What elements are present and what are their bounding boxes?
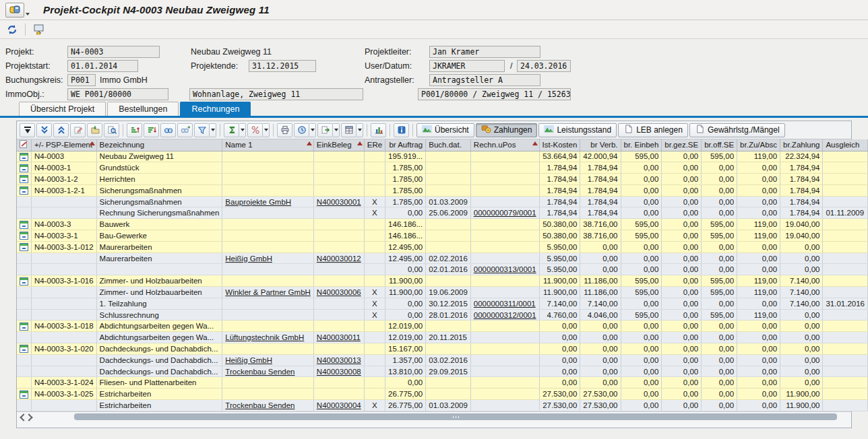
sum-menu-caret[interactable] [239,123,246,137]
table-row[interactable]: SchlussrechnungX0,0028.01.20160000000312… [17,309,868,320]
column-header-bez[interactable]: Bezeichnung [96,139,222,151]
table-row[interactable]: N4-0003-3-1-025Estricharbeiten26.775,002… [17,389,868,400]
table-row[interactable]: N4-0003Neubau Zweigweg 11195.919...53.66… [17,151,868,162]
zahlungen-button[interactable]: Zahlungen [476,123,538,137]
hierarchy-node-icon[interactable] [20,345,28,353]
table-row[interactable]: N4-0003-3-1-012Maurerarbeiten12.495,005.… [17,241,868,252]
rechnupos-link[interactable]: 0000000311/0001 [474,300,536,308]
tab--bersicht-projekt[interactable]: Übersicht Projekt [19,102,106,116]
column-header-ausgleich[interactable]: Ausgleich [823,139,868,151]
column-header-rechnupos[interactable]: Rechn.uPos [470,139,539,151]
table-row[interactable]: MaurerarbeitenHeißig GmbHN40003001212.49… [17,252,868,264]
horizontal-scrollbar[interactable] [17,411,851,422]
beleg-link[interactable]: N400030001 [317,198,361,206]
hierarchy-node-icon[interactable] [20,153,28,161]
tab-bestellungen[interactable]: Bestellungen [107,102,179,116]
layout-button[interactable] [341,123,356,137]
scroll-right-icon[interactable] [26,414,32,420]
hierarchy-node-icon[interactable] [20,221,28,229]
tab-rechnungen[interactable]: Rechnungen [180,102,251,116]
column-header-marker[interactable] [17,139,32,151]
table-row[interactable]: N4-0003-1Grundstück1.785,001.784,941.784… [17,162,868,174]
export-button[interactable] [317,123,333,137]
subtotal-menu-caret[interactable] [263,123,270,137]
leb-anlegen-button[interactable]: LEB anlegen [618,123,688,137]
monitor-button[interactable] [30,22,46,37]
leistungsstand-button[interactable]: Leistungsstand [538,123,617,137]
table-row[interactable]: N4-0003-1-2-1Sicherungsmaßnahmen1.785,00… [17,184,868,196]
sort-ascending-button[interactable] [53,123,69,137]
antragsteller-field[interactable]: Antragsteller A [429,74,540,86]
table-row[interactable]: N4-0003-3-1Bau-Gewerke146.186...50.380,0… [17,230,868,242]
name1-link[interactable]: Trockenbau Senden [225,401,294,409]
find-page-button[interactable] [104,123,119,137]
hierarchy-node-icon[interactable] [20,323,28,331]
column-header-einbeh[interactable]: br. Einbeh [621,139,662,151]
immo-address-field[interactable]: P001/80000 / Zweigweg 11 / 15263 Oranien… [418,88,571,100]
beleg-link[interactable]: N400030008 [317,368,361,376]
horizontal-scrollbar-track[interactable] [34,413,849,420]
datum-field[interactable]: 24.03.2016 [517,60,571,72]
buchungskreis-field[interactable]: P001 [67,74,96,86]
column-header-auftrag[interactable]: br Auftrag [385,139,426,151]
column-header-off[interactable]: br.off.SE [702,139,737,151]
table-row[interactable]: Dachdeckungs- und Dachabdich...Heißig Gm… [17,354,868,366]
column-header-ere[interactable]: ERe [364,139,385,151]
services-menu-caret[interactable] [24,3,31,18]
layout-menu-caret[interactable] [356,123,363,137]
sort-bars-descending-button[interactable] [144,123,159,137]
filter-button[interactable] [194,123,210,137]
table-row[interactable]: N4-0003-1-2Herrichten1.785,001.784,941.7… [17,174,868,185]
filter-menu-caret[interactable] [210,123,216,137]
horizontal-scrollbar-thumb[interactable] [74,413,837,420]
user-field[interactable]: JKRAMER [429,60,505,72]
column-header-buchdat[interactable]: Buch.dat. [426,139,471,151]
display-views-menu-caret[interactable] [309,123,316,137]
projektleiter-field[interactable]: Jan Kramer [429,46,540,58]
hierarchy-node-icon[interactable] [20,277,28,285]
scroll-left-icon[interactable] [19,414,25,420]
table-row[interactable]: SicherungsmaßnahmenBauprojekte GmbHN4000… [17,196,868,207]
services-menu-button[interactable] [5,3,24,18]
table-row[interactable]: 1. TeilzahlungX0,0030.12.20150000000311/… [17,298,868,309]
name1-link[interactable]: Heißig GmbH [225,356,272,364]
projektstart-field[interactable]: 01.01.2014 [67,60,138,72]
details-button[interactable] [20,123,35,137]
sum-button[interactable] [224,123,239,137]
gew-hrlstg-m-ngel-button[interactable]: Gewährlstg./Mängel [689,123,785,137]
projekt-field[interactable]: N4-0003 [67,46,160,58]
binoculars-find-next-button[interactable] [177,123,193,137]
table-row[interactable]: EstricharbeitenTrockenbau SendenN4000300… [17,400,868,411]
rechnupos-link[interactable]: 0000000079/0001 [474,209,536,217]
refresh-button[interactable] [4,22,20,37]
table-row[interactable]: N4-0003-3-1-024Fliesen- und Plattenarbei… [17,377,868,389]
hierarchy-node-icon[interactable] [20,243,28,251]
table-row[interactable]: Abdichtungsarbeiten gegen Wa...Lüftungst… [17,332,868,343]
beleg-link[interactable]: N400030006 [317,288,361,296]
print-button[interactable] [277,123,292,137]
chart-button[interactable] [371,123,386,137]
beleg-link[interactable]: N400030012 [317,255,361,263]
export-menu-caret[interactable] [333,123,340,137]
column-header-beleg[interactable]: EinkBeleg [313,139,364,151]
column-header-name1[interactable]: Name 1 [222,139,314,151]
table-row[interactable]: N4-0003-3Bauwerk146.186...50.380,0038.71… [17,219,868,230]
name1-link[interactable]: Winkler & Partner GmbH [225,288,311,296]
column-header-psp[interactable]: +/- PSP-Element [32,139,97,151]
column-header-verb[interactable]: br Verb. [580,139,621,151]
table-row[interactable]: N4-0003-3-1-016Zimmer- und Holzbauarbeit… [17,275,868,287]
sort-descending-button[interactable] [36,123,52,137]
binoculars-find-button[interactable] [160,123,176,137]
edit-button[interactable] [70,123,86,137]
beleg-link[interactable]: N400030013 [317,356,361,364]
hierarchy-node-icon[interactable] [20,175,28,183]
-bersicht-button[interactable]: Übersicht [416,123,474,137]
name1-link[interactable]: Trockenbau Senden [225,368,294,376]
projektende-field[interactable]: 31.12.2015 [249,60,316,72]
rechnupos-link[interactable]: 0000000313/0001 [474,265,536,273]
table-row[interactable]: Zimmer- und HolzbauarbeitenWinkler & Par… [17,287,868,298]
column-header-gez[interactable]: br.gez.SE [662,139,702,151]
subtotal-button[interactable] [247,123,263,137]
beleg-link[interactable]: N400030011 [317,333,361,341]
sort-bars-ascending-button[interactable] [127,123,142,137]
